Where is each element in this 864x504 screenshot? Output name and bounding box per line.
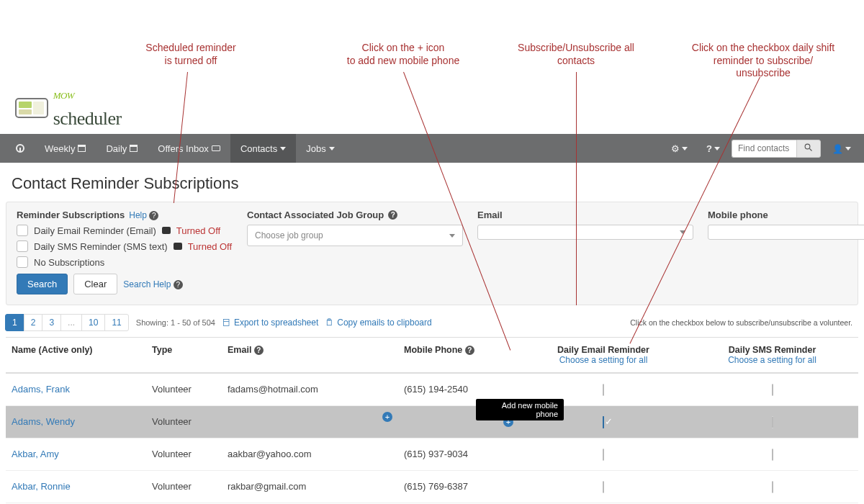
- help-link[interactable]: Help ?: [129, 210, 158, 220]
- contact-email: rakbar@gmail.com: [222, 471, 398, 503]
- nav-offers[interactable]: Offers Inbox: [148, 134, 230, 163]
- help-icon: ?: [388, 210, 397, 220]
- contact-type: Volunteer: [146, 406, 222, 438]
- help-icon: [706, 143, 712, 154]
- logo-icon: [14, 94, 50, 122]
- annotation-subscribe-all: Subscribe/Unsubscribe allcontacts: [493, 42, 659, 67]
- contact-mobile: (615) 937-9034: [398, 438, 521, 471]
- daily-email-checkbox[interactable]: [603, 449, 604, 461]
- nav-home[interactable]: [6, 134, 35, 163]
- col-mobile: Mobile Phone ?: [398, 338, 521, 374]
- daily-sms-checkbox[interactable]: [772, 449, 773, 461]
- contact-name-link[interactable]: Adams, Wendy: [12, 416, 75, 427]
- clear-button[interactable]: Clear: [73, 274, 117, 294]
- contact-type: Volunteer: [146, 373, 222, 406]
- filter-mobile-head: Mobile phone: [708, 210, 864, 220]
- select-placeholder: Choose job group: [255, 230, 323, 240]
- subscriptions-table: Name (Active only) Type Email ? Mobile P…: [6, 337, 858, 504]
- calendar-icon: [130, 145, 138, 152]
- help-icon: ?: [149, 211, 158, 220]
- clock-icon: [16, 144, 24, 153]
- daily-email-checkbox[interactable]: [603, 416, 604, 428]
- annotation-checkbox-subscribe: Click on the checkbox daily shiftreminde…: [670, 42, 857, 80]
- mobile-select[interactable]: [708, 225, 864, 240]
- daily-sms-checkbox[interactable]: [772, 481, 773, 493]
- nav-contacts[interactable]: Contacts: [230, 134, 296, 163]
- nav-weekly[interactable]: Weekly: [35, 134, 96, 163]
- contact-email: fadams@hotmail.com: [222, 373, 398, 406]
- search-button[interactable]: [796, 140, 821, 158]
- nav-daily[interactable]: Daily: [96, 134, 148, 163]
- chevron-down-icon: [682, 147, 688, 150]
- daily-sms-checkbox[interactable]: [772, 384, 773, 396]
- email-select[interactable]: [477, 225, 693, 240]
- help-icon: ?: [254, 346, 264, 355]
- label: Daily Email Reminder (Email): [34, 225, 156, 236]
- svg-rect-6: [223, 320, 229, 326]
- table-row: Adams, FrankVolunteerfadams@hotmail.com(…: [6, 373, 858, 406]
- copy-emails-link[interactable]: Copy emails to clipboard: [325, 318, 431, 328]
- contact-name-link[interactable]: Akbar, Amy: [12, 449, 59, 459]
- daily-email-checkbox[interactable]: [603, 384, 604, 396]
- search-input[interactable]: [732, 140, 796, 158]
- col-name: Name (Active only): [6, 338, 146, 374]
- checkbox[interactable]: [17, 225, 28, 236]
- toolbar-note: Click on the checkbox below to subscribe…: [630, 318, 858, 327]
- page-11[interactable]: 11: [104, 314, 128, 331]
- nav-settings[interactable]: [664, 139, 695, 158]
- logo-text: MOW scheduler: [53, 86, 122, 130]
- contact-name-link[interactable]: Akbar, Ronnie: [12, 481, 71, 492]
- page-1[interactable]: 1: [5, 314, 24, 331]
- filter-daily-email[interactable]: Daily Email Reminder (Email) Turned Off: [17, 225, 233, 236]
- nav-help[interactable]: [699, 139, 727, 158]
- contact-email: aakbar@yahoo.com: [222, 438, 398, 471]
- inbox-icon: [212, 145, 220, 151]
- user-icon: [832, 143, 843, 154]
- contact-type: Volunteer: [146, 471, 222, 503]
- help-icon: ?: [465, 346, 474, 355]
- help-icon: ?: [174, 280, 183, 289]
- page-...: ...: [60, 314, 82, 331]
- contact-email: +: [222, 406, 398, 438]
- daily-sms-checkbox[interactable]: [772, 416, 773, 428]
- filter-subs-head: Reminder Subscriptions Help ?: [17, 210, 233, 220]
- export-link[interactable]: Export to spreadsheet: [222, 318, 318, 328]
- filter-daily-sms[interactable]: Daily SMS Reminder (SMS text) Turned Off: [17, 240, 233, 252]
- contact-mobile: +Add new mobile phone: [398, 406, 521, 438]
- filter-job-group-head: Contact Associated Job Group ?: [247, 210, 463, 220]
- choose-all-daily-email[interactable]: Choose a setting for all: [526, 355, 680, 365]
- turned-off-badge: Turned Off: [176, 225, 220, 236]
- search-button[interactable]: Search: [17, 274, 68, 294]
- svg-line-5: [810, 148, 812, 150]
- add-email-icon[interactable]: +: [382, 412, 392, 422]
- label: No Subscriptions: [34, 257, 104, 268]
- spreadsheet-icon: [222, 318, 231, 327]
- chevron-down-icon: [680, 230, 685, 234]
- col-daily-email: Daily Email Reminder Choose a setting fo…: [521, 338, 686, 374]
- checkbox[interactable]: [17, 240, 28, 252]
- svg-rect-2: [19, 109, 32, 114]
- nav-search: [732, 140, 821, 158]
- chevron-down-icon: [714, 147, 720, 150]
- search-help-link[interactable]: Search Help ?: [123, 279, 182, 289]
- filter-no-subs[interactable]: No Subscriptions: [17, 256, 233, 268]
- comment-icon: [174, 243, 182, 250]
- nav-user-menu[interactable]: [825, 139, 858, 158]
- daily-email-checkbox[interactable]: [603, 481, 604, 493]
- logo: MOW scheduler: [0, 79, 864, 134]
- checkbox[interactable]: [17, 256, 28, 268]
- choose-all-daily-sms[interactable]: Choose a setting for all: [692, 355, 852, 365]
- table-row: Akbar, RonnieVolunteerrakbar@gmail.com(6…: [6, 471, 858, 503]
- svg-rect-1: [19, 102, 32, 108]
- page-2[interactable]: 2: [24, 314, 43, 331]
- nav-jobs[interactable]: Jobs: [296, 134, 344, 163]
- page-10[interactable]: 10: [81, 314, 105, 331]
- filter-panel: Reminder Subscriptions Help ? Daily Emai…: [6, 202, 858, 305]
- page-3[interactable]: 3: [42, 314, 61, 331]
- col-email: Email ?: [222, 338, 398, 374]
- calendar-icon: [78, 145, 86, 152]
- showing-count: Showing: 1 - 50 of 504: [136, 318, 215, 327]
- svg-rect-3: [33, 102, 44, 114]
- contact-name-link[interactable]: Adams, Frank: [12, 384, 70, 395]
- job-group-select[interactable]: Choose job group: [247, 225, 463, 246]
